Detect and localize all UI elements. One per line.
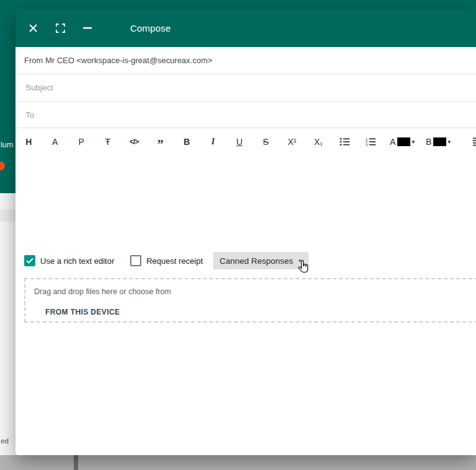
compose-dialog: Compose From Mr CEO <workspace-is-great@… (15, 9, 476, 455)
background-divider-line (74, 455, 78, 470)
text-color-label: A (390, 137, 395, 147)
subscript-button[interactable]: X₁ (306, 132, 332, 152)
background-color-button[interactable]: B ▾ (420, 132, 456, 152)
heading-button[interactable]: H (15, 132, 42, 152)
blockquote-button[interactable]: ” (148, 132, 174, 152)
subject-input[interactable] (24, 82, 466, 93)
request-receipt-label: Request receipt (146, 256, 203, 266)
to-row (15, 102, 476, 128)
caret-down-icon: ▾ (412, 139, 415, 145)
clear-formatting-button[interactable]: Ŧ (95, 132, 121, 152)
message-body-editor[interactable] (15, 155, 476, 247)
underline-button[interactable]: U (226, 132, 253, 152)
request-receipt-checkbox[interactable] (130, 255, 141, 266)
bulleted-list-icon[interactable] (332, 132, 358, 152)
close-icon[interactable] (28, 24, 38, 33)
from-value: From Mr CEO <workspace-is-great@secureax… (24, 56, 213, 65)
rich-text-label: Use a rich text editor (40, 256, 114, 266)
subject-row (15, 74, 476, 102)
attachment-dropzone[interactable]: Drag and drop files here or choose from … (24, 278, 476, 323)
dropzone-hint: Drag and drop files here or choose from (34, 287, 171, 296)
formatting-toolbar: H A P Ŧ </> ” B I U S X¹ X₁ 123 A ▾ B ▾ (15, 128, 476, 155)
compose-options-row: Use a rich text editor Request receipt C… (15, 247, 476, 274)
italic-button[interactable]: I (200, 132, 227, 152)
sidebar-text-fragment: lum (1, 141, 15, 149)
canned-responses-label: Canned Responses (219, 256, 293, 266)
background-text-fragment: ed (1, 437, 14, 445)
text-color-swatch (397, 137, 410, 146)
canned-responses-button[interactable]: Canned Responses ▼ (213, 252, 309, 269)
fullscreen-icon[interactable] (55, 24, 65, 33)
align-left-icon[interactable] (465, 132, 476, 152)
dialog-title: Compose (130, 23, 171, 33)
svg-text:3: 3 (366, 143, 368, 146)
code-button[interactable]: </> (121, 132, 148, 152)
background-color-swatch (433, 137, 446, 146)
strikethrough-button[interactable]: S (253, 132, 280, 152)
minimize-icon[interactable] (82, 24, 92, 33)
from-row[interactable]: From Mr CEO <workspace-is-great@secureax… (15, 47, 476, 74)
text-color-button[interactable]: A ▾ (384, 132, 420, 152)
to-input[interactable] (24, 110, 466, 120)
font-button[interactable]: A (42, 132, 69, 152)
background-bottom-strip (0, 455, 476, 470)
background-list-band (0, 209, 15, 222)
caret-down-icon: ▾ (447, 139, 451, 145)
rich-text-checkbox[interactable] (24, 255, 35, 266)
background-color-label: B (426, 137, 431, 147)
paragraph-button[interactable]: P (68, 132, 95, 152)
from-this-device-button[interactable]: FROM THIS DEVICE (39, 304, 126, 320)
bold-button[interactable]: B (174, 132, 200, 152)
compose-header: Compose (15, 9, 476, 47)
superscript-button[interactable]: X¹ (279, 132, 306, 152)
numbered-list-icon[interactable]: 123 (358, 132, 385, 152)
dropdown-caret-icon: ▼ (298, 258, 302, 264)
